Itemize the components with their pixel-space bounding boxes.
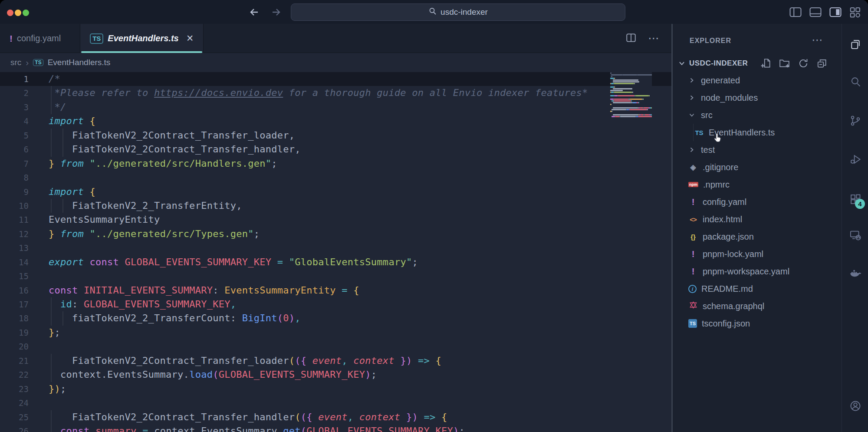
code-line[interactable]: 21 FiatTokenV2_2Contract_Transfer_loader… [0, 354, 671, 368]
collapse-all-icon[interactable] [816, 58, 828, 69]
tab-config-yaml[interactable]: ! config.yaml [0, 24, 70, 53]
code-editor[interactable]: 1/*2 *Please refer to https://docs.envio… [0, 72, 671, 432]
minimap[interactable] [610, 72, 652, 121]
tree-file-tsconfig-json[interactable]: TStsconfig.json [673, 315, 842, 332]
tree-file--gitignore[interactable]: ◈.gitignore [673, 158, 842, 176]
line-number: 8 [0, 171, 35, 185]
tree-item-label: generated [701, 76, 740, 86]
tree-file-readme-md[interactable]: iREADME.md [673, 280, 842, 297]
toggle-secondary-sidebar-icon[interactable] [829, 6, 842, 18]
tab-eventhandlers-ts[interactable]: TS EventHandlers.ts × [80, 24, 203, 53]
tree-file-eventhandlers-ts[interactable]: TSEventHandlers.ts [673, 124, 842, 141]
code-line[interactable]: 2 *Please refer to https://docs.envio.de… [0, 86, 671, 100]
new-file-icon[interactable] [760, 58, 772, 69]
indent-guide [51, 297, 52, 311]
code-line[interactable]: 20 [0, 340, 671, 353]
customize-layout-icon[interactable] [849, 6, 862, 18]
tree-item-label: pnpm-lock.yaml [703, 249, 763, 259]
activity-bar: 4 [842, 24, 868, 432]
indent-guide [51, 86, 52, 100]
code-line[interactable]: 17 id: GLOBAL_EVENTS_SUMMARY_KEY, [0, 297, 671, 311]
code-line[interactable]: 19}; [0, 326, 671, 340]
line-number: 26 [0, 424, 35, 432]
code-line[interactable]: 13 [0, 241, 671, 255]
tree-file-index-html[interactable]: <>index.html [673, 211, 842, 228]
breadcrumb[interactable]: src › TS EventHandlers.ts [0, 53, 671, 72]
command-center-search[interactable]: usdc-indexer [291, 3, 625, 21]
breadcrumb-file[interactable]: EventHandlers.ts [48, 58, 111, 67]
more-actions-icon[interactable]: ⋯ [648, 32, 659, 45]
tree-item-label: .npmrc [703, 180, 730, 190]
tree-folder-node-modules[interactable]: node_modules [673, 89, 842, 106]
code-line[interactable]: 5 FiatTokenV2_2Contract_Transfer_loader, [0, 129, 671, 142]
code-line[interactable]: 10 FiatTokenV2_2_TransferEntity, [0, 199, 671, 213]
indent-guide [62, 311, 63, 325]
code-text: } from "../generated/src/Types.gen"; [49, 227, 260, 241]
code-line[interactable]: 8 [0, 171, 671, 185]
tree-folder-test[interactable]: test [673, 141, 842, 158]
code-line[interactable]: 14export const GLOBAL_EVENTS_SUMMARY_KEY… [0, 255, 671, 269]
typescript-file-icon: TS [90, 33, 103, 44]
code-line[interactable]: 4import { [0, 114, 671, 128]
code-line[interactable]: 16const INITIAL_EVENTS_SUMMARY: EventsSu… [0, 284, 671, 297]
code-line[interactable]: 18 fiatTokenV2_2_TransferCount: BigInt(0… [0, 311, 671, 325]
split-editor-icon[interactable] [625, 33, 637, 45]
explorer-view-icon[interactable] [849, 38, 861, 50]
docker-icon[interactable] [849, 267, 861, 279]
code-line[interactable]: 11EventsSummaryEntity [0, 213, 671, 227]
code-line[interactable]: 12} from "../generated/src/Types.gen"; [0, 227, 671, 241]
tree-file-package-json[interactable]: {}package.json [673, 228, 842, 245]
toggle-primary-sidebar-icon[interactable] [789, 6, 802, 18]
new-folder-icon[interactable] [779, 58, 790, 69]
tree-file-pnpm-lock-yaml[interactable]: !pnpm-lock.yaml [673, 245, 842, 263]
indent-guide [62, 199, 63, 213]
toggle-panel-icon[interactable] [809, 6, 822, 18]
chevron-right-icon: › [26, 57, 29, 68]
titlebar: usdc-indexer [0, 0, 868, 24]
project-section-header[interactable]: USDC-INDEXER [673, 56, 842, 71]
code-line[interactable]: 26 const summary = context.EventsSummary… [0, 424, 671, 432]
code-line[interactable]: 24 [0, 396, 671, 410]
indent-guide [51, 311, 52, 325]
code-line[interactable]: 23}); [0, 382, 671, 396]
tree-folder-generated[interactable]: generated [673, 72, 842, 89]
tree-file-schema-graphql[interactable]: schema.graphql [673, 297, 842, 315]
account-icon[interactable] [849, 400, 861, 412]
code-line[interactable]: 3 */ [0, 100, 671, 114]
traffic-light-minimize[interactable] [15, 10, 21, 16]
chevron-right-icon [688, 146, 696, 154]
code-line[interactable]: 22 context.EventsSummary.load(GLOBAL_EVE… [0, 368, 671, 382]
code-line[interactable]: 1/* [0, 72, 671, 86]
back-arrow-icon[interactable] [247, 6, 262, 19]
line-number: 18 [0, 311, 35, 325]
tree-file-pnpm-workspace-yaml[interactable]: !pnpm-workspace.yaml [673, 263, 842, 280]
code-line[interactable]: 7} from "../generated/src/Handlers.gen"; [0, 157, 671, 171]
search-view-icon[interactable] [849, 76, 861, 88]
refresh-icon[interactable] [798, 58, 809, 69]
traffic-light-close[interactable] [7, 10, 13, 16]
code-line[interactable]: 9import { [0, 185, 671, 199]
code-line[interactable]: 15 [0, 269, 671, 283]
close-icon[interactable]: × [187, 32, 194, 45]
extensions-icon[interactable]: 4 [849, 193, 861, 205]
source-control-icon[interactable] [849, 115, 861, 127]
code-line[interactable]: 25 FiatTokenV2_2Contract_Transfer_handle… [0, 410, 671, 424]
tab-bar: ! config.yaml TS EventHandlers.ts × ⋯ [0, 24, 671, 53]
forward-arrow-icon[interactable] [268, 6, 283, 19]
yaml-file-icon: ! [688, 249, 698, 259]
tree-item-label: index.html [703, 214, 742, 224]
tree-item-label: README.md [701, 284, 753, 294]
line-number: 11 [0, 213, 35, 227]
tree-file--npmrc[interactable]: npm.npmrc [673, 176, 842, 193]
code-text: *Please refer to https://docs.envio.dev … [49, 86, 588, 100]
breadcrumb-folder[interactable]: src [10, 58, 21, 67]
tree-folder-src[interactable]: src [673, 106, 842, 124]
remote-explorer-icon[interactable] [849, 229, 861, 241]
code-text: const INITIAL_EVENTS_SUMMARY: EventsSumm… [49, 284, 359, 297]
traffic-light-zoom[interactable] [23, 10, 29, 16]
tree-file-config-yaml[interactable]: !config.yaml [673, 193, 842, 211]
more-actions-icon[interactable]: ⋯ [812, 33, 823, 47]
code-line[interactable]: 6 FiatTokenV2_2Contract_Transfer_handler… [0, 142, 671, 156]
code-text: }); [49, 382, 66, 396]
run-debug-icon[interactable] [849, 153, 861, 165]
